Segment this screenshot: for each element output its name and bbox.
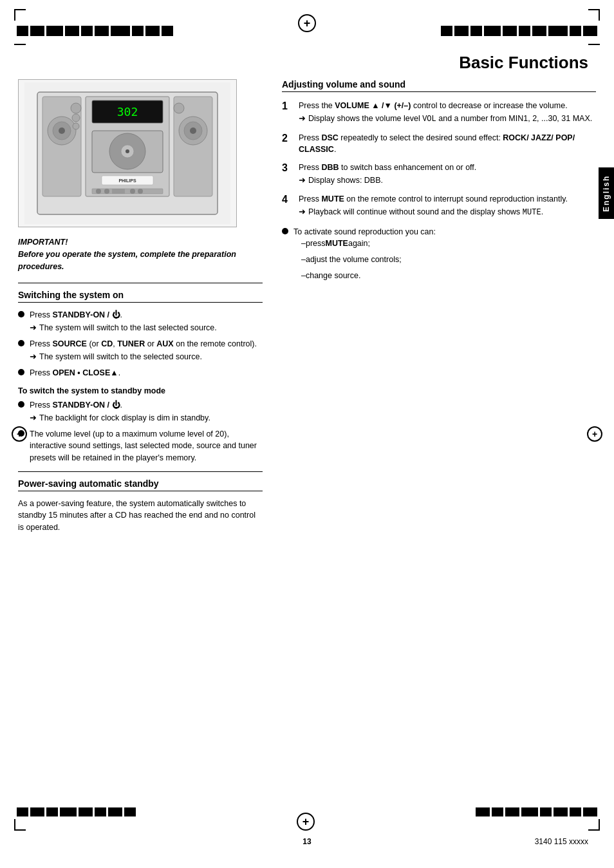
- bar: [162, 26, 173, 36]
- bullet-dot: [18, 340, 24, 346]
- svg-point-22: [130, 189, 135, 194]
- numbered-item-3: 3 Press DBB to switch bass enhancement o…: [282, 162, 596, 187]
- numbered-item-1: 1 Press the VOLUME ▲ /▼ (+/–) control to…: [282, 100, 596, 126]
- svg-point-23: [138, 189, 143, 194]
- english-tab: English: [599, 167, 614, 219]
- bullet-text: Press OPEN • CLOSE▲.: [30, 368, 120, 377]
- bullet-text: Press SOURCE (or CD, TUNER or AUX on the…: [30, 339, 257, 348]
- bar: [124, 807, 136, 816]
- bullet-content: Press STANDBY-ON / ⏻. ➜ The system will …: [30, 309, 263, 334]
- bottom-area: + 13 3140 115 xxxxx: [0, 807, 614, 849]
- bar: [503, 26, 517, 36]
- bar: [484, 26, 501, 36]
- side-mark-left: [14, 44, 26, 45]
- bar: [46, 807, 58, 816]
- num-text-4: Press MUTE on the remote control to inte…: [299, 194, 568, 203]
- arrow-text-4: Playback will continue without sound and…: [308, 206, 543, 218]
- bullet-item-standby-on: Press STANDBY-ON / ⏻. ➜ The system will …: [18, 309, 263, 334]
- bullet-content: Press SOURCE (or CD, TUNER or AUX on the…: [30, 338, 263, 363]
- bullet-text: Press STANDBY-ON / ⏻.: [30, 401, 122, 410]
- bar: [145, 26, 160, 36]
- bullet-dot: [282, 228, 288, 234]
- sound-sub-item-volume: adjust the volume controls;: [301, 254, 596, 266]
- bars-right: [441, 26, 597, 36]
- bottom-bars-left: [17, 807, 136, 816]
- bar: [583, 26, 597, 36]
- svg-point-15: [126, 149, 129, 153]
- bar: [454, 26, 469, 36]
- top-right-marks: [441, 9, 600, 36]
- page: + Basic Functions: [0, 0, 614, 868]
- bar: [554, 807, 568, 816]
- num-label-3: 3: [282, 162, 295, 174]
- num-label-4: 4: [282, 193, 295, 205]
- num-label-2: 2: [282, 132, 295, 144]
- bullet-item-standby-press: Press STANDBY-ON / ⏻. ➜ The backlight fo…: [18, 399, 263, 424]
- svg-text:PHILIPS: PHILIPS: [118, 178, 136, 183]
- svg-point-20: [104, 189, 109, 194]
- right-reg-mark: +: [587, 426, 602, 442]
- arrow-line-4: ➜ Playback will continue without sound a…: [299, 206, 596, 218]
- bar: [476, 807, 490, 816]
- bullet-text: The volume level (up to a maximum volume…: [30, 429, 257, 462]
- top-left-marks: [14, 9, 173, 36]
- section-divider-power: [18, 471, 263, 472]
- bar: [60, 807, 77, 816]
- svg-point-27: [174, 103, 184, 113]
- bar: [548, 26, 568, 36]
- bars-left: [17, 26, 173, 36]
- bottom-marks-row: +: [0, 807, 614, 831]
- arrow-symbol: ➜: [299, 175, 306, 187]
- num-content-3: Press DBB to switch bass enhancement on …: [299, 162, 596, 187]
- arrow-line-3: ➜ Display shows: DBB.: [299, 175, 596, 187]
- right-column: Adjusting volume and sound 1 Press the V…: [275, 79, 596, 534]
- standby-bullet-list: Press STANDBY-ON / ⏻. ➜ The backlight fo…: [18, 399, 263, 463]
- arrow-symbol: ➜: [30, 351, 37, 363]
- bullet-content: The volume level (up to a maximum volume…: [30, 428, 263, 463]
- sound-sub-list: press MUTE again; adjust the volume cont…: [301, 238, 596, 281]
- bar: [441, 26, 452, 36]
- bottom-right-group: [476, 807, 600, 831]
- left-column: 302 PHILIPS: [18, 79, 263, 534]
- sound-activation-intro: To activate sound reproduction you can:: [293, 227, 436, 236]
- switching-bullet-list: Press STANDBY-ON / ⏻. ➜ The system will …: [18, 309, 263, 379]
- adjusting-heading: Adjusting volume and sound: [282, 79, 596, 92]
- page-title: Basic Functions: [0, 46, 614, 77]
- side-mark-right: [588, 44, 600, 45]
- bar: [532, 26, 546, 36]
- svg-point-26: [73, 123, 79, 129]
- bottom-center-reg: +: [297, 813, 315, 831]
- svg-text:302: 302: [117, 105, 138, 118]
- arrow-text: The backlight for clock display is dim i…: [39, 412, 210, 424]
- arrow-symbol: ➜: [299, 206, 306, 218]
- numbered-item-4: 4 Press MUTE on the remote control to in…: [282, 193, 596, 219]
- bar: [95, 807, 106, 816]
- section-divider-switching: [18, 283, 263, 283]
- arrow-text: The system will switch to the selected s…: [39, 351, 202, 363]
- bar: [46, 26, 63, 36]
- bullet-content: Press STANDBY-ON / ⏻. ➜ The backlight fo…: [30, 399, 263, 424]
- arrow-line: ➜ The backlight for clock display is dim…: [30, 412, 263, 424]
- bullet-dot: [18, 369, 24, 375]
- num-content-1: Press the VOLUME ▲ /▼ (+/–) control to d…: [299, 100, 596, 126]
- page-number: 13: [302, 837, 311, 846]
- footer-right: 3140 115 xxxxx: [312, 837, 588, 846]
- device-image-box: 302 PHILIPS: [18, 79, 237, 227]
- numbered-list: 1 Press the VOLUME ▲ /▼ (+/–) control to…: [282, 100, 596, 218]
- standby-subheading: To switch the system to standby mode: [18, 386, 263, 395]
- bar: [470, 26, 482, 36]
- bar: [492, 807, 503, 816]
- num-text-3: Press DBB to switch bass enhancement on …: [299, 163, 476, 172]
- bullet-dot: [18, 401, 24, 408]
- bullet-item-open-close: Press OPEN • CLOSE▲.: [18, 367, 263, 379]
- svg-point-24: [71, 103, 81, 113]
- arrow-line-1: ➜ Display shows the volume level VOL and…: [299, 113, 596, 125]
- num-text-1: Press the VOLUME ▲ /▼ (+/–) control to d…: [299, 101, 568, 110]
- svg-point-8: [190, 127, 196, 134]
- bar: [17, 807, 28, 816]
- num-label-1: 1: [282, 100, 295, 112]
- switching-heading: Switching the system on: [18, 290, 263, 303]
- bar: [81, 26, 93, 36]
- corner-br: [588, 819, 600, 831]
- arrow-text: The system will switch to the last selec…: [39, 322, 217, 334]
